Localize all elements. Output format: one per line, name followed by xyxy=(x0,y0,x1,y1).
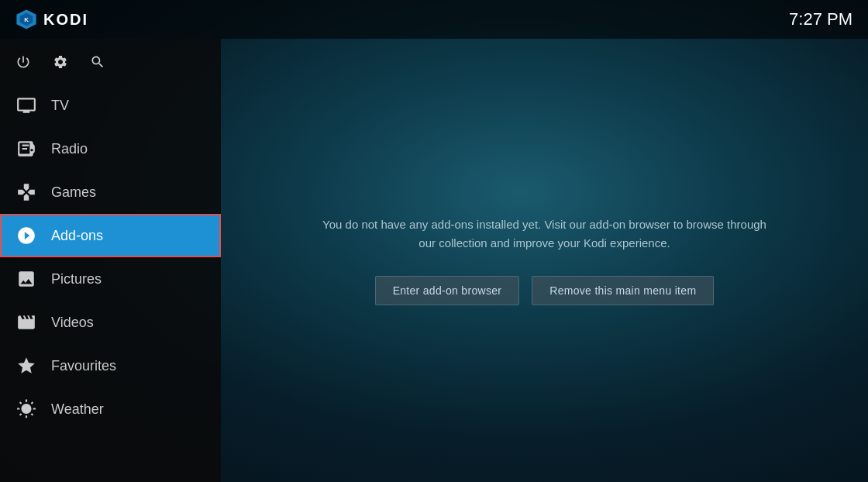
main-content: You do not have any add-ons installed ye… xyxy=(221,39,868,482)
videos-icon xyxy=(16,312,37,333)
content-area: TV Radio xyxy=(0,39,868,482)
sidebar-item-favourites[interactable]: Favourites xyxy=(0,344,221,387)
settings-button[interactable] xyxy=(53,54,68,70)
sidebar-item-tv[interactable]: TV xyxy=(0,84,221,127)
svg-text:K: K xyxy=(24,16,29,23)
addons-message: You do not have any add-ons installed ye… xyxy=(322,215,766,253)
sidebar-nav: TV Radio xyxy=(0,84,221,431)
tv-icon xyxy=(16,95,37,116)
addons-icon xyxy=(16,225,37,246)
clock-display: 7:27 PM xyxy=(789,9,852,29)
search-icon xyxy=(90,54,105,70)
sidebar-item-videos[interactable]: Videos xyxy=(0,301,221,344)
settings-icon xyxy=(53,54,68,70)
remove-menu-item-button[interactable]: Remove this main menu item xyxy=(532,276,714,305)
sidebar-item-pictures[interactable]: Pictures xyxy=(0,257,221,301)
addons-message-line2: our collection and improve your Kodi exp… xyxy=(418,236,670,250)
top-bar: K KODI 7:27 PM xyxy=(0,0,868,39)
sidebar-label-addons: Add-ons xyxy=(51,228,103,244)
sidebar-item-addons[interactable]: Add-ons xyxy=(0,214,221,257)
sidebar-item-weather[interactable]: Weather xyxy=(0,387,221,431)
power-icon xyxy=(16,54,31,70)
sidebar: TV Radio xyxy=(0,39,221,482)
favourites-icon xyxy=(16,355,37,377)
sidebar-item-radio[interactable]: Radio xyxy=(0,127,221,170)
sidebar-item-games[interactable]: Games xyxy=(0,170,221,214)
search-button[interactable] xyxy=(90,54,105,70)
logo-area: K KODI xyxy=(16,9,88,30)
sidebar-icons-row xyxy=(0,46,221,84)
app-title: KODI xyxy=(43,11,88,29)
addons-message-line1: You do not have any add-ons installed ye… xyxy=(322,218,766,231)
pictures-icon xyxy=(16,268,37,290)
sidebar-label-pictures: Pictures xyxy=(51,271,102,287)
power-button[interactable] xyxy=(16,54,31,70)
kodi-logo-icon: K xyxy=(16,9,37,30)
sidebar-label-radio: Radio xyxy=(51,141,88,157)
sidebar-label-tv: TV xyxy=(51,98,69,114)
games-icon xyxy=(16,181,37,203)
sidebar-label-favourites: Favourites xyxy=(51,358,116,374)
buttons-row: Enter add-on browser Remove this main me… xyxy=(375,276,715,305)
weather-icon xyxy=(16,398,37,420)
sidebar-label-videos: Videos xyxy=(51,315,94,331)
radio-icon xyxy=(16,138,37,160)
enter-addon-browser-button[interactable]: Enter add-on browser xyxy=(375,276,520,305)
sidebar-label-games: Games xyxy=(51,184,96,201)
sidebar-label-weather: Weather xyxy=(51,401,104,418)
